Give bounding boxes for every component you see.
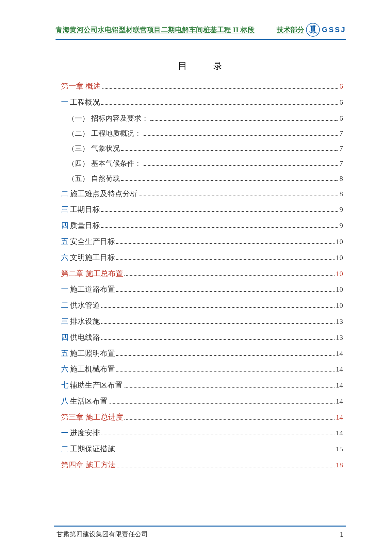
toc-entry[interactable]: （二） 工程地质概况：7 xyxy=(57,128,343,139)
toc-entry[interactable]: 五 安全生产目标10 xyxy=(57,236,343,248)
toc-page-number: 7 xyxy=(339,158,343,169)
toc-entry[interactable]: 六 施工机械布置14 xyxy=(57,363,343,375)
toc-section-text: 进度安排 xyxy=(70,427,100,439)
toc-page-number: 14 xyxy=(336,427,343,439)
toc-section-text: 工程概况 xyxy=(70,96,100,109)
toc-leader-dots xyxy=(121,180,338,181)
toc-entry[interactable]: 第二章 施工总布置10 xyxy=(57,268,343,280)
toc-entry[interactable]: （五） 自然荷载8 xyxy=(57,173,343,184)
toc-entry[interactable]: （三） 气象状况7 xyxy=(57,143,343,154)
footer-row: 甘肃第四建设集团有限责任公司 1 xyxy=(54,530,346,539)
toc-section-label: 二 工期保证措施 xyxy=(61,443,115,455)
toc-entry[interactable]: 第三章 施工总进度14 xyxy=(57,411,343,424)
toc-entry[interactable]: 三 排水设施13 xyxy=(57,316,343,328)
toc-entry[interactable]: 一 进度安排14 xyxy=(57,427,343,439)
toc-title: 目录 xyxy=(54,60,346,72)
svg-rect-1 xyxy=(311,26,313,32)
toc-leader-dots xyxy=(101,104,338,105)
toc-section-text: 辅助生产区布置 xyxy=(70,379,122,391)
toc-section-text: 安全生产目标 xyxy=(70,236,115,248)
company-logo-icon xyxy=(306,23,320,37)
toc-section-number: 一 xyxy=(61,96,69,109)
toc-leader-dots xyxy=(116,243,335,244)
toc-section-text: 施工机械布置 xyxy=(70,363,115,375)
toc-page-number: 6 xyxy=(339,113,343,124)
toc-section-number: 五 xyxy=(61,348,69,360)
toc-page-number: 14 xyxy=(336,411,343,423)
toc-entry[interactable]: 二 施工难点及特点分析8 xyxy=(57,188,343,200)
toc-entry[interactable]: 八 生活区布置14 xyxy=(57,395,343,408)
toc-page-number: 9 xyxy=(339,204,343,215)
toc-page-number: 14 xyxy=(336,348,343,359)
toc-leader-dots xyxy=(124,419,335,420)
toc-section-label: 四 供电线路 xyxy=(61,332,100,344)
toc-entry[interactable]: 第四章 施工方法18 xyxy=(57,459,343,471)
toc-leader-dots xyxy=(143,165,338,166)
toc-leader-dots xyxy=(101,323,335,324)
toc-entry[interactable]: 四 供电线路13 xyxy=(57,332,343,344)
toc-entry[interactable]: 四 质量目标9 xyxy=(57,220,343,232)
toc-section-text: 生活区布置 xyxy=(70,395,107,408)
toc-leader-dots xyxy=(124,275,335,276)
header-rule xyxy=(56,39,346,40)
toc-section-number: 二 xyxy=(61,300,69,312)
toc-leader-dots xyxy=(101,339,335,340)
toc-section-text: 施工照明布置 xyxy=(70,348,115,360)
toc-leader-dots xyxy=(116,291,335,292)
toc-section-label: 五 安全生产目标 xyxy=(61,236,115,248)
toc-page-number: 7 xyxy=(339,128,343,139)
toc-page-number: 13 xyxy=(336,332,343,343)
page-header: 青海黄河公司水电铝型材联营项目二期电解车间桩基工程 II 标段 技术部分 GSS… xyxy=(54,23,346,37)
toc-entry[interactable]: 二 供水管道10 xyxy=(57,300,343,312)
toc-section-number: 六 xyxy=(61,252,69,264)
toc-leader-dots xyxy=(101,435,335,435)
toc-entry[interactable]: 一 工程概况6 xyxy=(57,96,343,109)
toc-entry[interactable]: 第一章 概述6 xyxy=(57,80,343,93)
toc-chapter-label: 第一章 概述 xyxy=(61,80,101,93)
toc-section-label: 三 工期目标 xyxy=(61,204,100,216)
toc-page-number: 8 xyxy=(339,188,343,199)
toc-section-text: 质量目标 xyxy=(70,220,100,232)
toc-section-label: 六 施工机械布置 xyxy=(61,363,115,375)
page-number: 1 xyxy=(340,530,344,539)
toc-sub-label: （二） 工程地质概况： xyxy=(68,128,141,139)
svg-rect-3 xyxy=(310,26,316,26)
toc-section-text: 工期保证措施 xyxy=(70,443,115,455)
toc-page-number: 7 xyxy=(339,143,343,154)
document-page: 青海黄河公司水电铝型材联营项目二期电解车间桩基工程 II 标段 技术部分 GSS… xyxy=(0,0,392,555)
toc-entry[interactable]: （四） 基本气候条件：7 xyxy=(57,158,343,169)
toc-section-label: 五 施工照明布置 xyxy=(61,348,115,360)
toc-page-number: 10 xyxy=(336,252,343,263)
toc-entry[interactable]: （一） 招标内容及要求：6 xyxy=(57,113,343,124)
toc-leader-dots xyxy=(116,451,335,451)
footer-company: 甘肃第四建设集团有限责任公司 xyxy=(57,530,148,539)
toc-leader-dots xyxy=(139,196,338,196)
toc-section-text: 施工道路布置 xyxy=(70,284,115,296)
toc-entry[interactable]: 六 文明施工目标10 xyxy=(57,252,343,264)
toc-entry[interactable]: 二 工期保证措施15 xyxy=(57,443,343,455)
toc-section-number: 三 xyxy=(61,204,69,216)
toc-entry[interactable]: 五 施工照明布置14 xyxy=(57,348,343,360)
toc-page-number: 9 xyxy=(339,220,343,231)
toc-entry[interactable]: 七 辅助生产区布置14 xyxy=(57,379,343,391)
toc-page-number: 8 xyxy=(339,173,343,184)
toc-section-label: 一 工程概况 xyxy=(61,96,100,109)
toc-section-number: 一 xyxy=(61,284,69,296)
toc-leader-dots xyxy=(101,307,335,308)
toc-sub-label: （四） 基本气候条件： xyxy=(68,158,141,169)
toc-section-text: 文明施工目标 xyxy=(70,252,115,264)
toc-leader-dots xyxy=(116,259,335,260)
toc-section-number: 五 xyxy=(61,236,69,248)
toc-page-number: 13 xyxy=(336,316,343,327)
toc-section-text: 工期目标 xyxy=(70,204,100,216)
toc-page-number: 14 xyxy=(336,395,343,407)
toc-leader-dots xyxy=(109,403,335,404)
toc-chapter-label: 第三章 施工总进度 xyxy=(61,411,123,424)
toc-section-label: 二 施工难点及特点分析 xyxy=(61,188,138,200)
toc-section-text: 排水设施 xyxy=(70,316,100,328)
toc-section-number: 四 xyxy=(61,332,69,344)
toc-leader-dots xyxy=(101,211,338,212)
toc-entry[interactable]: 一 施工道路布置10 xyxy=(57,284,343,296)
toc-page-number: 10 xyxy=(336,284,343,295)
toc-entry[interactable]: 三 工期目标9 xyxy=(57,204,343,216)
